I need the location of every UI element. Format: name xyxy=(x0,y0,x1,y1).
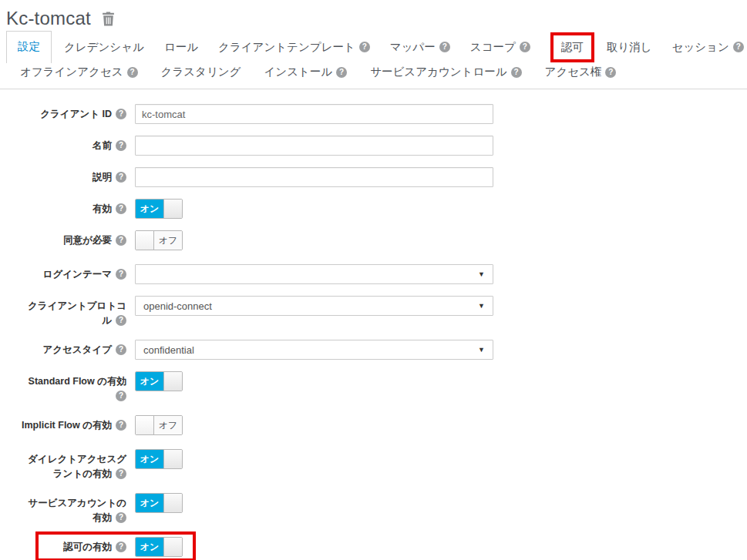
form-row-direct-access-grants: ダイレクトアクセスグ ラントの有効? オン xyxy=(0,449,747,481)
form-row-consent-required: 同意が必要? オフ xyxy=(0,230,747,253)
field-label-authorization-enabled: 認可の有効? xyxy=(0,537,131,555)
login-theme-select[interactable]: ▼ xyxy=(135,264,493,284)
field-label-service-accounts: サービスアカウントの 有効? xyxy=(0,493,131,525)
tab-scope[interactable]: スコープ ? xyxy=(470,32,530,62)
tab-client-templates[interactable]: クライアントテンプレート ? xyxy=(218,32,370,62)
form-row-authorization-enabled: 認可の有効? オン xyxy=(0,537,747,557)
form-row-access-type: アクセスタイプ? confidential ▼ xyxy=(0,340,747,360)
field-label-login-theme: ログインテーマ? xyxy=(0,264,131,282)
form-row-name: 名前? xyxy=(0,136,747,156)
client-settings-page: Kc-tomcat 設定 クレデンシャル ロール クライアントテンプレート ? … xyxy=(0,0,747,560)
tab-mappers[interactable]: マッパー ? xyxy=(390,32,450,62)
form-row-description: 説明? xyxy=(0,167,747,187)
toggle-handle xyxy=(163,494,182,512)
help-icon[interactable]: ? xyxy=(116,420,126,431)
tab-settings[interactable]: 設定 xyxy=(6,31,52,63)
help-icon[interactable]: ? xyxy=(127,67,138,78)
page-header: Kc-tomcat xyxy=(0,0,747,29)
field-label-implicit-flow: Implicit Flow の有効? xyxy=(0,415,131,433)
tab-roles[interactable]: ロール xyxy=(164,32,198,62)
field-label-client-id: クライアント ID? xyxy=(0,104,131,122)
field-label-standard-flow: Standard Flow の有効 ? xyxy=(0,371,131,404)
help-icon[interactable]: ? xyxy=(116,235,126,246)
toggle-handle xyxy=(163,200,182,218)
enabled-toggle[interactable]: オン xyxy=(135,199,183,219)
tab-sessions[interactable]: セッション ? xyxy=(672,32,744,62)
help-icon[interactable]: ? xyxy=(116,109,126,119)
caret-down-icon: ▼ xyxy=(478,346,485,354)
help-icon[interactable]: ? xyxy=(116,269,126,280)
page-title: Kc-tomcat xyxy=(6,8,91,29)
client-settings-form: クライアント ID? 名前? 説明? 有効? xyxy=(0,104,747,557)
authorization-enabled-toggle[interactable]: オン xyxy=(135,537,183,557)
help-icon[interactable]: ? xyxy=(336,67,347,78)
help-icon[interactable]: ? xyxy=(116,172,126,183)
help-icon[interactable]: ? xyxy=(116,140,126,151)
help-icon[interactable]: ? xyxy=(116,315,126,326)
direct-access-grants-toggle[interactable]: オン xyxy=(135,449,183,469)
form-row-implicit-flow: Implicit Flow の有効? オフ xyxy=(0,415,747,438)
tab-revocation[interactable]: 取り消し xyxy=(607,32,652,62)
help-icon[interactable]: ? xyxy=(116,468,126,479)
caret-down-icon: ▼ xyxy=(478,302,485,310)
help-icon[interactable]: ? xyxy=(116,391,126,401)
form-row-service-accounts: サービスアカウントの 有効? オン xyxy=(0,493,747,525)
field-label-name: 名前? xyxy=(0,136,131,153)
form-row-enabled: 有効? オン xyxy=(0,199,747,219)
tab-access-permissions[interactable]: アクセス権 ? xyxy=(545,65,617,79)
help-icon[interactable]: ? xyxy=(520,42,530,52)
toggle-handle xyxy=(163,372,182,391)
tab-installation[interactable]: インストール ? xyxy=(264,65,347,79)
field-label-access-type: アクセスタイプ? xyxy=(0,340,131,357)
tab-offline-access[interactable]: オフラインアクセス ? xyxy=(20,65,138,79)
client-id-input[interactable] xyxy=(135,104,493,124)
form-row-standard-flow: Standard Flow の有効 ? オン xyxy=(0,371,747,404)
toggle-handle xyxy=(136,416,154,434)
form-row-client-id: クライアント ID? xyxy=(0,104,747,124)
form-row-login-theme: ログインテーマ? ▼ xyxy=(0,264,747,284)
help-icon[interactable]: ? xyxy=(439,42,450,52)
access-type-select[interactable]: confidential ▼ xyxy=(135,340,493,360)
caret-down-icon: ▼ xyxy=(478,270,485,278)
help-icon[interactable]: ? xyxy=(511,67,522,78)
help-icon[interactable]: ? xyxy=(733,42,744,52)
form-row-client-protocol: クライアントプロトコ ル? openid-connect ▼ xyxy=(0,296,747,328)
field-label-description: 説明? xyxy=(0,167,131,185)
field-label-consent-required: 同意が必要? xyxy=(0,230,131,248)
tabs-secondary: オフラインアクセス ? クラスタリング インストール ? サービスアカウントロー… xyxy=(0,63,747,89)
description-input[interactable] xyxy=(135,167,493,187)
toggle-handle xyxy=(163,538,182,556)
help-icon[interactable]: ? xyxy=(359,42,370,52)
implicit-flow-toggle[interactable]: オフ xyxy=(135,415,183,435)
help-icon[interactable]: ? xyxy=(116,542,126,552)
name-input[interactable] xyxy=(135,136,493,156)
field-label-client-protocol: クライアントプロトコ ル? xyxy=(0,296,131,328)
tab-authorization[interactable]: 認可 xyxy=(550,32,594,62)
service-accounts-toggle[interactable]: オン xyxy=(135,493,183,513)
toggle-handle xyxy=(136,231,154,250)
help-icon[interactable]: ? xyxy=(116,344,126,355)
help-icon[interactable]: ? xyxy=(116,203,126,214)
trash-icon[interactable] xyxy=(102,12,115,26)
consent-required-toggle[interactable]: オフ xyxy=(135,230,183,250)
standard-flow-toggle[interactable]: オン xyxy=(135,371,183,391)
tabs-primary: 設定 クレデンシャル ロール クライアントテンプレート ? マッパー ? スコー… xyxy=(0,31,747,63)
tab-credentials[interactable]: クレデンシャル xyxy=(64,32,144,62)
help-icon[interactable]: ? xyxy=(605,67,616,78)
help-icon[interactable]: ? xyxy=(116,512,126,523)
field-label-direct-access-grants: ダイレクトアクセスグ ラントの有効? xyxy=(0,449,131,481)
tab-clustering[interactable]: クラスタリング xyxy=(161,65,241,79)
field-label-enabled: 有効? xyxy=(0,199,131,216)
client-protocol-select[interactable]: openid-connect ▼ xyxy=(135,296,493,316)
toggle-handle xyxy=(163,450,182,468)
tab-service-account-roles[interactable]: サービスアカウントロール ? xyxy=(370,65,521,79)
